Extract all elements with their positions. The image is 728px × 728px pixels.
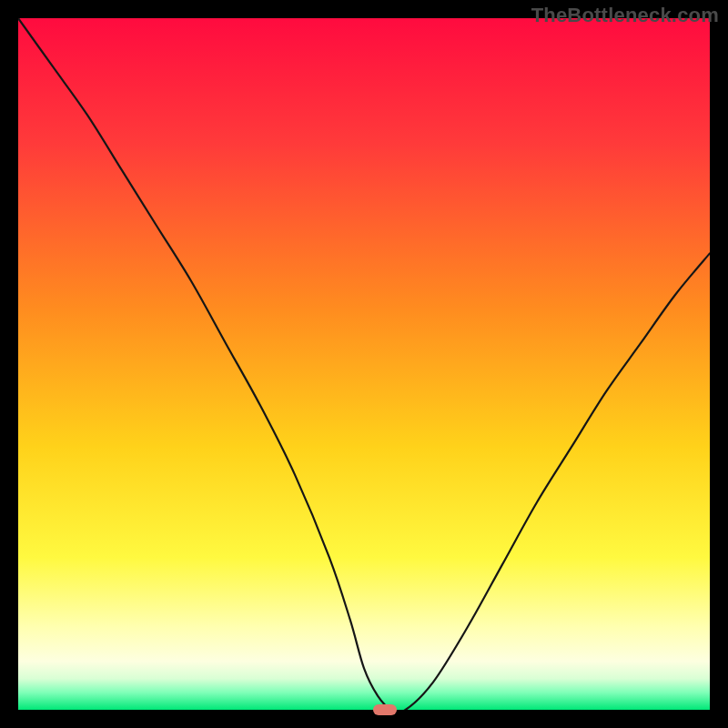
plot-area [18, 18, 710, 710]
bottleneck-curve [18, 18, 710, 710]
optimal-marker [373, 704, 397, 715]
watermark-text: TheBottleneck.com [531, 4, 719, 27]
chart-frame: TheBottleneck.com [0, 0, 728, 728]
